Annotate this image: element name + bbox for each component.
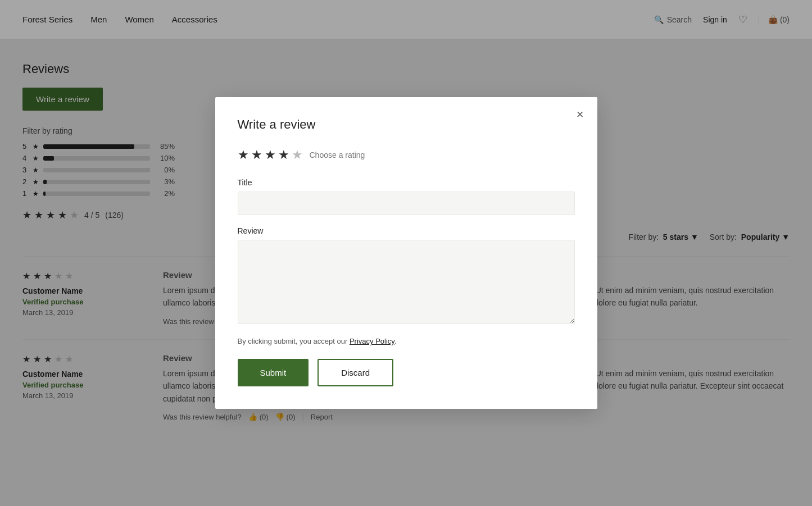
review-form-group: Review [238, 226, 575, 326]
star-rating-input: ★ ★ ★ ★ ★ Choose a rating [238, 148, 575, 162]
title-form-group: Title [238, 178, 575, 215]
star-input-2[interactable]: ★ [251, 148, 262, 162]
modal-overlay[interactable]: Write a review × ★ ★ ★ ★ ★ Choose a rati… [0, 0, 812, 468]
write-review-modal: Write a review × ★ ★ ★ ★ ★ Choose a rati… [215, 97, 597, 409]
modal-buttons: Submit Discard [238, 359, 575, 386]
choose-rating-text: Choose a rating [310, 151, 365, 159]
privacy-policy-link[interactable]: Privacy Policy [350, 337, 394, 345]
modal-title: Write a review [238, 117, 575, 132]
star-input-4[interactable]: ★ [278, 148, 289, 162]
star-input-1[interactable]: ★ [238, 148, 249, 162]
discard-button[interactable]: Discard [317, 359, 393, 386]
privacy-text: By clicking submit, you accept our Priva… [238, 337, 575, 345]
review-label: Review [238, 226, 575, 235]
star-icons[interactable]: ★ ★ ★ ★ ★ [238, 148, 303, 162]
title-label: Title [238, 178, 575, 187]
star-input-3[interactable]: ★ [265, 148, 276, 162]
modal-close-button[interactable]: × [577, 108, 584, 121]
submit-button[interactable]: Submit [238, 359, 309, 386]
star-input-5[interactable]: ★ [292, 148, 303, 162]
title-input[interactable] [238, 192, 575, 215]
review-textarea[interactable] [238, 240, 575, 324]
privacy-suffix: . [394, 337, 397, 345]
privacy-prefix: By clicking submit, you accept our [238, 337, 350, 345]
